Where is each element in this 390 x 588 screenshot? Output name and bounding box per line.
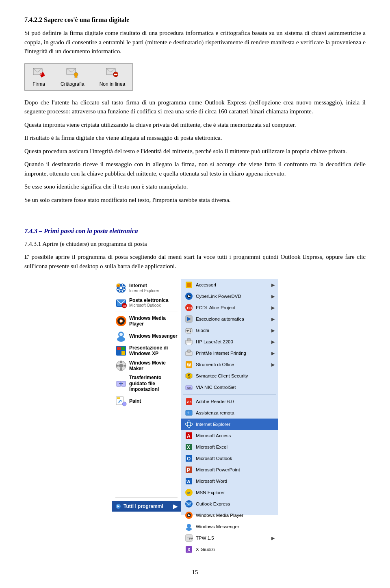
microsoft-outlook-label: Microsoft Outlook: [196, 456, 232, 461]
microsoft-powerpoint-icon: P: [184, 465, 193, 474]
svg-rect-34: [120, 361, 122, 363]
internet-label: Internet: [129, 283, 159, 289]
svg-rect-29: [121, 347, 125, 350]
tutti-programmi-button[interactable]: Tutti i programmi ▶: [112, 501, 181, 512]
microsoft-excel-icon: X: [184, 443, 193, 451]
internet-explorer-icon: e: [115, 282, 127, 294]
paragraph-4: Il risultato è la firma digitale che vie…: [24, 133, 366, 143]
cyberlink-powerdvd-arrow: ▶: [271, 294, 275, 299]
right-item-strumenti-di-office[interactable]: WStrumenti di Office▶: [181, 359, 278, 370]
paragraph-open: E' possibile aprire il programma di post…: [24, 252, 366, 271]
right-item-microsoft-powerpoint[interactable]: PMicrosoft PowerPoint: [181, 464, 278, 475]
messenger-label: Windows Messenger: [129, 333, 178, 339]
right-item-cyberlink-powerdvd[interactable]: CyberLink PowerDVD▶: [181, 291, 278, 302]
right-item-symantec-client-security[interactable]: SSymantec Client Security: [181, 370, 278, 382]
sidebar-item-paint[interactable]: Paint: [112, 394, 181, 409]
sidebar-item-winxp[interactable]: Presentazione di Windows XP: [112, 343, 181, 358]
right-item-esecuzione-automatica[interactable]: Esecuzione automatica▶: [181, 313, 278, 325]
right-item-assistenza-remota[interactable]: ?Assistenza remota: [181, 407, 278, 419]
right-item-msn-explorer[interactable]: MMSN Explorer: [181, 487, 278, 498]
accessori-icon: [184, 280, 193, 289]
right-item-ecdl-alice-project[interactable]: ECECDL Alice Project▶: [181, 302, 278, 313]
left-separator-1: [115, 312, 178, 312]
right-item-x-giudizi[interactable]: XX-Giudizi: [181, 544, 278, 555]
tutti-icon: [115, 503, 121, 509]
right-item-microsoft-access[interactable]: AMicrosoft Access: [181, 430, 278, 441]
sidebar-item-messenger[interactable]: Windows Messenger: [112, 329, 181, 343]
right-item-windows-messenger[interactable]: Windows Messenger: [181, 521, 278, 532]
windows-messenger-icon: [115, 330, 127, 342]
email-item-text: Posta elettronica Microsoft Outlook: [129, 297, 169, 308]
sidebar-item-media-player[interactable]: Windows Media Player: [112, 314, 181, 329]
svg-rect-44: [117, 397, 120, 399]
sidebar-item-internet[interactable]: e Internet Internet Explorer: [112, 281, 181, 295]
non-in-linea-button[interactable]: Non in linea: [92, 64, 132, 90]
windows-media-player-icon: [184, 511, 193, 520]
svg-point-97: [186, 527, 192, 531]
left-bottom: Tutti i programmi ▶: [112, 499, 181, 515]
right-item-adobe-reader-6.0[interactable]: AcAdobe Reader 6.0: [181, 396, 278, 407]
right-items: Accessori▶CyberLink PowerDVD▶ECECDL Alic…: [181, 279, 278, 555]
ecdl-alice-project-label: ECDL Alice Project: [196, 305, 235, 310]
crittografia-button[interactable]: Crittografia: [53, 64, 92, 90]
start-menu-left-panel: e Internet Internet Explorer: [112, 279, 181, 515]
tutti-arrow-icon: ▶: [173, 503, 178, 510]
svg-text:X: X: [187, 445, 190, 450]
right-item-giochi[interactable]: Giochi▶: [181, 325, 278, 336]
sidebar-item-transfer[interactable]: Trasferimento guidato file impostazioni: [112, 373, 181, 394]
right-item-via-nic-controlset[interactable]: NICVIA NIC ControlSet: [181, 382, 278, 393]
microsoft-access-icon: A: [184, 431, 193, 440]
svg-text:W: W: [186, 480, 191, 484]
giochi-icon: [184, 326, 193, 335]
strumenti-di-office-label: Strumenti di Office: [196, 362, 234, 367]
crittografia-icon: [66, 67, 78, 80]
right-item-printme-internet-printing[interactable]: PrintMe Internet Printing▶: [181, 347, 278, 359]
firma-label: Firma: [32, 81, 45, 87]
sidebar-item-movie-maker[interactable]: Windows Movie Maker: [112, 358, 181, 373]
svg-text:EC: EC: [187, 306, 192, 310]
section-7431-title: 7.4.3.1 Aprire (e chiudere) un programma…: [24, 241, 366, 247]
outlook-express-icon: [184, 499, 193, 508]
right-item-accessori[interactable]: Accessori▶: [181, 279, 278, 291]
right-item-tpw-1.5[interactable]: TPWTPW 1.5▶: [181, 532, 278, 544]
svg-point-25: [119, 333, 123, 336]
x-giudizi-icon: X: [184, 545, 193, 554]
right-separator-10: [183, 394, 276, 395]
winxp-icon: [115, 345, 127, 356]
paragraph-6: Quando il destinatario riceve il messagg…: [24, 160, 366, 178]
right-item-hp-laserjet-2200[interactable]: HP LaserJet 2200▶: [181, 336, 278, 347]
svg-rect-30: [117, 351, 121, 355]
transfer-icon: [115, 378, 127, 389]
hp-laserjet-2200-arrow: ▶: [271, 339, 275, 345]
email-label: Posta elettronica: [129, 297, 169, 303]
sidebar-item-email[interactable]: @ Posta elettronica Microsoft Outlook: [112, 295, 181, 310]
right-item-internet-explorer[interactable]: Internet Explorer: [181, 419, 278, 430]
email-sublabel: Microsoft Outlook: [129, 303, 169, 308]
hp-laserjet-2200-icon: [184, 337, 193, 346]
media-player-label: Windows Media Player: [129, 315, 178, 327]
via-nic-controlset-icon: NIC: [184, 383, 193, 392]
svg-text:O: O: [187, 456, 191, 462]
giochi-label: Giochi: [196, 328, 209, 333]
outlook-icon: @: [115, 297, 127, 308]
right-item-windows-media-player[interactable]: Windows Media Player: [181, 510, 278, 521]
hp-laserjet-2200-label: HP LaserJet 2200: [196, 339, 233, 344]
firma-button[interactable]: Firma: [25, 64, 53, 90]
strumenti-di-office-arrow: ▶: [271, 362, 275, 367]
section-heading: 7.4.2.2 Sapere cos'è una firma digitale: [24, 16, 366, 24]
paragraph-3: Questa impronta viene criptata utilizzan…: [24, 120, 366, 130]
adobe-reader-6.0-icon: Ac: [184, 397, 193, 406]
svg-rect-63: [187, 343, 191, 345]
svg-rect-35: [120, 368, 122, 371]
right-item-microsoft-excel[interactable]: XMicrosoft Excel: [181, 441, 278, 453]
right-item-microsoft-word[interactable]: WMicrosoft Word: [181, 475, 278, 487]
svg-rect-6: [75, 75, 77, 77]
right-item-outlook-express[interactable]: Outlook Express: [181, 498, 278, 510]
accessori-arrow: ▶: [271, 282, 275, 288]
non-in-linea-label: Non in linea: [100, 81, 125, 87]
right-item-microsoft-outlook[interactable]: OMicrosoft Outlook: [181, 453, 278, 464]
windows-messenger-icon: [184, 522, 193, 531]
symantec-client-security-label: Symantec Client Security: [196, 373, 248, 378]
svg-rect-28: [117, 347, 121, 350]
svg-text:NIC: NIC: [187, 386, 193, 390]
